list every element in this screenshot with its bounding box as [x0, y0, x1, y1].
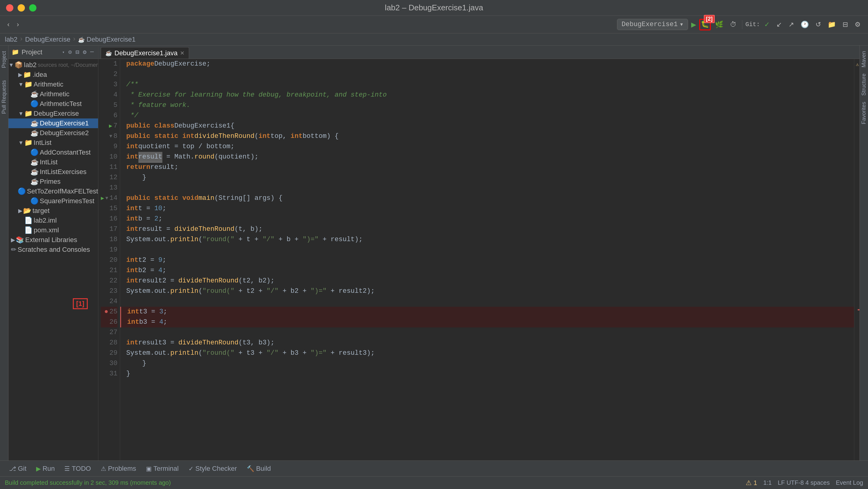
git-push-button[interactable]: ↗: [786, 20, 796, 30]
run-config-name: DebugExercise1: [622, 21, 678, 28]
tab-terminal[interactable]: ▣ Terminal: [142, 463, 183, 474]
back-button[interactable]: ‹: [5, 20, 12, 30]
tree-item-label: SetToZeroIfMaxFELTest: [27, 188, 98, 195]
tree-item-arithmetic-folder[interactable]: ▼ 📁 Arithmetic: [8, 80, 98, 89]
code-line-16: int b = 2;: [120, 214, 854, 224]
java-file-icon: ☕: [30, 119, 38, 127]
breadcrumb-debugexercise1[interactable]: ☕ DebugExercise1: [78, 35, 136, 44]
line-num-6: 6: [101, 111, 118, 121]
tree-item-label: DebugExercise2: [40, 129, 89, 137]
tree-item-arithmetic-java[interactable]: ☕ Arithmetic: [8, 89, 98, 99]
tree-item-debugexercise2[interactable]: ☕ DebugExercise2: [8, 128, 98, 138]
tree-item-intlist-class[interactable]: ☕ IntList: [8, 157, 98, 167]
tree-item-pomxml[interactable]: 📄 pom.xml: [8, 225, 98, 235]
main-toolbar: ‹ › DebugExercise1 ▾ ▶ 🐛 [2] 🌿 ⏱ Git: ✓ …: [0, 16, 868, 33]
cursor-position[interactable]: 1:1: [763, 479, 772, 486]
fold-icon-14[interactable]: ▼: [105, 193, 108, 203]
tree-item-extlibs[interactable]: ▶ 📚 External Libraries: [8, 235, 98, 245]
project-strip-icon[interactable]: Project: [0, 48, 8, 71]
fold-icon-8[interactable]: ▼: [109, 131, 112, 142]
tree-item-idea[interactable]: ▶ 📁 .idea: [8, 70, 98, 80]
tree-item-addconstanttest[interactable]: 🔵 AddConstantTest: [8, 148, 98, 157]
breadcrumb-lab2[interactable]: lab2: [5, 35, 18, 44]
code-editor: 1 2 3 4 5 6 ▶ 7 ▼ 8 9 10 11 12 13: [98, 59, 860, 460]
code-line-7: public class DebugExercise1 {: [120, 121, 854, 131]
settings-button[interactable]: ⚙: [852, 20, 863, 30]
tree-item-label: .idea: [32, 71, 47, 79]
git-revert-button[interactable]: ↺: [813, 20, 824, 30]
tree-item-target[interactable]: ▶ 📂 target: [8, 206, 98, 215]
tab-label: DebugExercise1.java: [115, 49, 178, 57]
tab-style-checker[interactable]: ✓ Style Checker: [184, 463, 241, 474]
toolbar-separator: [742, 20, 742, 29]
locate-icon[interactable]: ⊙: [67, 48, 73, 57]
run-gutter-14[interactable]: ▶: [101, 193, 104, 203]
library-icon: 📚: [16, 236, 24, 244]
code-line-8: public static int divideThenRound(int to…: [120, 131, 854, 142]
tree-item-debugexercise1[interactable]: ☕ DebugExercise1: [8, 118, 98, 128]
tab-todo[interactable]: ☰ TODO: [60, 463, 95, 474]
maximize-button[interactable]: [29, 4, 36, 11]
collapse-icon[interactable]: ⊟: [74, 48, 81, 57]
chevron-down-icon: ▾: [680, 20, 683, 29]
expand-arrow: ▼: [18, 81, 24, 88]
minimize-button[interactable]: [18, 4, 25, 11]
structure-strip-label[interactable]: Structure: [860, 70, 868, 99]
favorites-strip-label[interactable]: Favorites: [860, 99, 868, 127]
tree-item-intlist-folder[interactable]: ▼ 📁 IntList: [8, 138, 98, 148]
forward-button[interactable]: ›: [14, 20, 21, 30]
git-update-button[interactable]: ↙: [774, 20, 784, 30]
tree-item-label: IntList: [34, 139, 52, 147]
tree-item-scratches[interactable]: ✏ Scratches and Consoles: [8, 245, 98, 255]
git-label: Git:: [745, 21, 760, 28]
profile-button[interactable]: ⏱: [727, 20, 739, 30]
tree-item-debugexercise-folder[interactable]: ▼ 📁 DebugExercise: [8, 109, 98, 118]
tab-build[interactable]: 🔨 Build: [243, 463, 275, 474]
tree-item-squareprimestest[interactable]: 🔵 SquarePrimesTest: [8, 196, 98, 206]
tab-close-button[interactable]: ✕: [180, 50, 185, 57]
tab-problems[interactable]: ⚠ Problems: [96, 463, 141, 474]
pull-requests-strip-icon[interactable]: Pull Requests: [0, 77, 8, 117]
panel-icon-btn: ▾: [62, 50, 65, 55]
breadcrumb: lab2 › DebugExercise › ☕ DebugExercise1: [0, 33, 868, 46]
line-num-27: 27: [101, 327, 118, 338]
tree-item-label: ArithmeticTest: [40, 100, 82, 108]
git-check-button[interactable]: ✓: [762, 20, 772, 30]
line-num-31: 31: [101, 369, 118, 379]
line-num-29: 29: [101, 348, 118, 358]
tree-item-label: IntList: [40, 158, 58, 166]
layout-button[interactable]: ⊟: [840, 20, 850, 30]
vcs-button[interactable]: 📁: [825, 20, 838, 30]
tab-debugexercise1[interactable]: ☕ DebugExercise1.java ✕: [101, 47, 189, 59]
run-config-selector[interactable]: DebugExercise1 ▾: [617, 19, 688, 30]
tree-item-arithmetictest[interactable]: 🔵 ArithmeticTest: [8, 99, 98, 109]
close-panel-icon[interactable]: —: [89, 48, 95, 57]
tab-git[interactable]: ⎇ Git: [5, 463, 31, 474]
run-gutter-7[interactable]: ▶: [109, 121, 112, 131]
settings-icon[interactable]: ⚙: [82, 48, 88, 57]
debug-button[interactable]: 🐛 [2]: [699, 19, 711, 30]
breadcrumb-sep-1: ›: [20, 35, 23, 43]
java-file-icon: ☕: [30, 158, 38, 166]
close-button[interactable]: [6, 4, 13, 11]
code-line-23: System.out.println("round(" + t2 + "/" +…: [120, 286, 854, 296]
tab-style-label: Style Checker: [195, 465, 237, 472]
git-history-button[interactable]: 🕐: [798, 20, 811, 30]
terminal-tab-icon: ▣: [146, 465, 152, 472]
code-line-28: int result3 = divideThenRound(t3, b3);: [120, 338, 854, 348]
tree-item-primes[interactable]: ☕ Primes: [8, 177, 98, 186]
code-content[interactable]: package DebugExercise; /** * Exercise fo…: [120, 59, 854, 460]
event-log-button[interactable]: Event Log: [836, 479, 863, 486]
tree-item-lab2iml[interactable]: 📄 lab2.iml: [8, 215, 98, 225]
tree-item-intlistexercises[interactable]: ☕ IntListExercises: [8, 167, 98, 177]
expand-arrow: ▼: [18, 111, 24, 117]
tree-item-lab2[interactable]: ▼ 📦 lab2 sources root, ~/Documents/Te...: [8, 60, 98, 70]
tab-run[interactable]: ▶ Run: [32, 463, 59, 474]
encoding-info[interactable]: LF UTF-8 4 spaces: [778, 479, 830, 486]
run-button[interactable]: ▶: [690, 18, 698, 31]
tree-item-settozerotest[interactable]: 🔵 SetToZeroIfMaxFELTest: [8, 186, 98, 196]
breakpoint-indicator[interactable]: ●: [104, 307, 108, 317]
maven-strip-label[interactable]: Maven: [860, 48, 868, 70]
warnings-count[interactable]: ⚠ 1: [746, 479, 757, 487]
breadcrumb-debugexercise[interactable]: DebugExercise: [25, 35, 70, 44]
